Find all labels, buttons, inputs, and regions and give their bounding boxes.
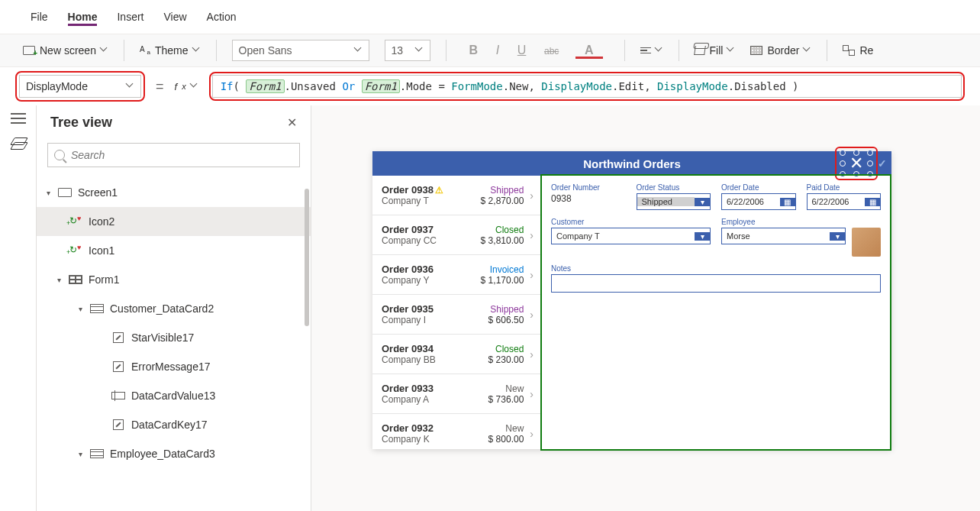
order-amount: $ 3,810.00 [481,235,524,246]
expand-toggle[interactable]: ▾ [76,305,84,313]
strikethrough-button[interactable]: abc [537,46,566,57]
menu-view[interactable]: View [163,8,186,26]
formula-token: ( [234,80,247,92]
tree-item[interactable]: DataCardKey17 [37,410,311,439]
card-icon [90,448,104,459]
menu-action[interactable]: Action [207,8,237,26]
label-employee: Employee [721,218,881,226]
fill-icon [694,46,706,55]
label-notes: Notes [551,264,881,273]
check-icon[interactable]: ✓ [878,157,887,170]
edit-icon [111,419,125,430]
font-color-button[interactable]: A [569,44,609,57]
order-number: Order 0933 [382,383,488,394]
tree-view-panel: Tree view ✕ ▾Screen1+♥Icon2+♥Icon1▾Form1… [37,105,311,511]
reorder-label: Re [859,44,873,57]
order-status: Shipped [481,185,524,196]
font-size-select[interactable]: 13 [385,40,430,61]
property-select[interactable]: DisplayMode [19,75,141,98]
chevron-down-icon [656,47,663,54]
tree-item[interactable]: StarVisible17 [37,323,311,352]
select-customer[interactable]: Company T ▾ [551,228,711,244]
tree-item[interactable]: ▾Employee_DataCard3 [37,439,311,468]
chevron-down-icon [127,82,134,90]
order-row[interactable]: Order 0936Company YInvoiced$ 1,170.00› [372,255,541,295]
tree-item[interactable]: ErrorMessage17 [37,352,311,381]
expand-toggle[interactable]: ▾ [44,189,52,197]
scrollbar[interactable] [305,189,309,326]
fill-button[interactable]: Fill [695,44,736,57]
formula-token: .Disabled ) [728,80,799,92]
value-customer: Company T [552,231,695,241]
tree-item[interactable]: +♥Icon2 [37,207,311,236]
order-info: Order 0934Company BB [382,343,488,365]
new-screen-button[interactable]: New screen [23,44,108,57]
formula-token: .Mode = [400,80,451,92]
menu-file[interactable]: File [31,8,48,26]
order-row[interactable]: Order 0938⚠Company TShipped$ 2,870.00› [372,176,541,215]
search-box[interactable] [47,143,300,167]
field-employee: Employee Morse ▾ [721,218,881,257]
close-icon[interactable]: ✕ [287,115,297,130]
reorder-button[interactable]: Re [843,44,873,57]
edit-icon [111,332,125,343]
select-order-status[interactable]: Shipped ▾ [637,193,711,210]
tree-item-label: ErrorMessage17 [131,361,211,373]
canvas[interactable]: Northwind Orders ✓ ✕ Order 0938⚠Company … [311,105,980,511]
bold-button[interactable]: B [462,44,486,57]
datepicker-paid-date[interactable]: 6/22/2006 ▦ [807,193,882,210]
app-titlebar: Northwind Orders ✓ ✕ [372,151,891,176]
menu-home[interactable]: Home [68,8,98,26]
fx-button[interactable]: fx [175,81,198,92]
search-input[interactable] [71,149,293,161]
expand-toggle[interactable]: ▾ [55,276,63,284]
select-employee[interactable]: Morse ▾ [721,228,846,244]
order-number: Order 0936 [382,264,481,275]
order-row[interactable]: Order 0934Company BBClosed$ 230.00› [372,335,541,374]
tree-header: Tree view ✕ [37,105,311,137]
order-row[interactable]: Order 0932Company KNew$ 800.00› [372,414,541,449]
tree-item[interactable]: ▾Screen1 [37,178,311,207]
order-list[interactable]: Order 0938⚠Company TShipped$ 2,870.00›Or… [372,176,542,449]
border-button[interactable]: Border [750,44,811,57]
align-button[interactable] [640,47,663,54]
label-customer: Customer [551,218,711,226]
order-row[interactable]: Order 0937Company CCClosed$ 3,810.00› [372,215,541,255]
order-row[interactable]: Order 0935Company IShipped$ 606.50› [372,295,541,335]
separator [827,40,827,61]
field-order-number: Order Number 0938 [551,183,626,210]
chevron-down-icon [727,47,735,54]
order-amount: $ 1,170.00 [481,275,524,286]
tree-item[interactable]: DataCardValue13 [37,381,311,410]
tree-view-icon[interactable] [11,137,26,150]
chevron-right-icon: › [530,269,534,281]
italic-button[interactable]: I [488,44,507,57]
formula-token: DisplayMode [657,80,728,92]
underline-button[interactable]: U [510,44,534,57]
tree-item[interactable]: ▾Form1 [37,265,311,294]
recycle-icon: +♥ [69,216,82,227]
theme-button[interactable]: Theme [140,44,201,57]
selection-handles[interactable] [840,150,873,177]
input-icon [111,390,125,401]
formula-input[interactable]: If( Form1.Unsaved Or Form1.Mode = FormMo… [212,75,962,98]
tree-item[interactable]: ▾Customer_DataCard2 [37,294,311,323]
order-number: Order 0935 [382,303,488,315]
expand-toggle[interactable]: ▾ [76,450,84,458]
tree-item[interactable]: +♥Icon1 [37,236,311,265]
text-format-group: B I U abc A [462,44,609,57]
menu-insert[interactable]: Insert [117,8,143,26]
order-row[interactable]: Order 0933Company ANew$ 736.00› [372,374,541,414]
font-family-select[interactable]: Open Sans [232,40,369,61]
order-info: Order 0932Company K [382,422,488,445]
separator [216,40,217,61]
dropdown-icon: ▾ [695,198,710,206]
value-paid-date: 6/22/2006 [808,197,866,206]
datepicker-order-date[interactable]: 6/22/2006 ▦ [721,193,796,210]
value-order-number: 0938 [551,193,626,204]
calendar-icon: ▦ [865,198,880,206]
input-notes[interactable] [551,274,881,293]
tree-list[interactable]: ▾Screen1+♥Icon2+♥Icon1▾Form1▾Customer_Da… [37,173,311,511]
hamburger-button[interactable] [11,113,26,124]
order-info: Order 0936Company Y [382,264,481,286]
